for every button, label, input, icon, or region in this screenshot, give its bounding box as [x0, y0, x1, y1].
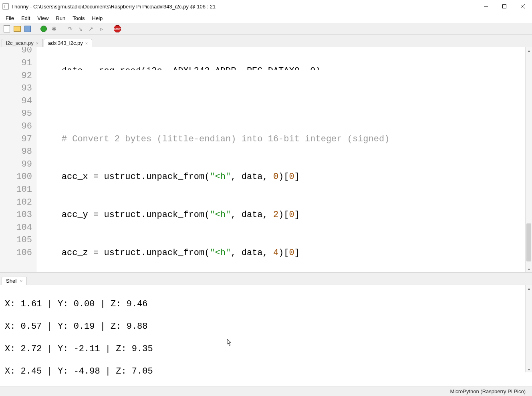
window-title: Thonny - C:\Users\sgmustadio\Documents\R… [11, 4, 216, 10]
toolbar: ✱ ↷ ↘ ↗ ▹ STOP [0, 23, 532, 35]
shell-scrollbar[interactable]: ▴ ▾ [525, 285, 532, 372]
debug-button[interactable]: ✱ [50, 25, 58, 32]
close-button[interactable] [514, 0, 532, 13]
app-icon: T [2, 3, 9, 10]
step-into-button[interactable]: ↘ [77, 25, 84, 32]
tab-shell[interactable]: Shell × [2, 277, 27, 285]
editor-tab-bar: i2c_scan.py × adxl343_i2c.py × [0, 35, 532, 47]
menu-file[interactable]: File [2, 14, 17, 22]
code-line: acc_z = ustruct.unpack_from("<h", data, … [40, 247, 532, 259]
code-line [40, 95, 532, 108]
shell-line: X: 2.72 | Y: -2.11 | Z: 9.35 [5, 344, 527, 355]
titlebar: T Thonny - C:\Users\sgmustadio\Documents… [0, 0, 532, 13]
code-content[interactable]: data reg_read(i2c, ADXL343_ADDR, REG_DAT… [36, 47, 532, 272]
shell-line: X: 2.45 | Y: -4.98 | Z: 7.05 [5, 366, 527, 377]
scroll-up-icon[interactable]: ▴ [526, 285, 532, 291]
scroll-down-icon[interactable]: ▾ [526, 266, 532, 272]
stop-button[interactable]: STOP [114, 25, 121, 32]
maximize-button[interactable] [495, 0, 514, 13]
menu-run[interactable]: Run [52, 14, 69, 22]
line-gutter: 89 90 91 92 93 94 95 96 97 98 99 100 101… [0, 47, 36, 272]
bug-icon: ✱ [52, 26, 56, 32]
stop-icon: STOP [114, 25, 121, 32]
status-bar: MicroPython (Raspberry Pi Pico) [0, 386, 532, 396]
menu-edit[interactable]: Edit [18, 14, 33, 22]
step-over-button[interactable]: ↷ [66, 25, 74, 32]
close-icon[interactable]: × [85, 41, 88, 46]
scroll-up-icon[interactable]: ▴ [526, 47, 532, 54]
tab-label: adxl343_i2c.py [48, 40, 83, 46]
minimize-button[interactable] [477, 0, 495, 13]
code-line: data reg_read(i2c, ADXL343_ADDR, REG_DAT… [40, 65, 532, 70]
close-icon[interactable]: × [20, 279, 22, 283]
save-file-button[interactable] [24, 25, 31, 32]
shell-line: X: 0.57 | Y: 0.19 | Z: 9.88 [5, 321, 527, 332]
open-file-button[interactable] [14, 25, 21, 32]
menubar: File Edit View Run Tools Help [0, 13, 532, 23]
interpreter-label[interactable]: MicroPython (Raspberry Pi Pico) [450, 388, 526, 394]
tab-label: i2c_scan.py [6, 40, 34, 46]
editor-area: 89 90 91 92 93 94 95 96 97 98 99 100 101… [0, 47, 532, 273]
menu-view[interactable]: View [34, 14, 52, 22]
scroll-thumb[interactable] [526, 223, 531, 261]
tab-label: Shell [6, 278, 18, 284]
resume-button[interactable]: ▹ [98, 25, 105, 32]
shell-panel: X: 1.61 | Y: 0.00 | Z: 9.46 X: 0.57 | Y:… [0, 285, 532, 372]
close-icon[interactable]: × [36, 41, 38, 46]
code-editor[interactable]: 89 90 91 92 93 94 95 96 97 98 99 100 101… [0, 47, 532, 272]
run-button[interactable] [40, 25, 47, 32]
code-line: acc_x = ustruct.unpack_from("<h", data, … [40, 171, 532, 183]
step-out-button[interactable]: ↗ [87, 25, 95, 32]
step-over-icon: ↷ [68, 26, 73, 32]
new-file-button[interactable] [3, 25, 10, 32]
svg-text:T: T [4, 4, 6, 9]
scroll-down-icon[interactable]: ▾ [526, 366, 532, 372]
code-line: acc_y = ustruct.unpack_from("<h", data, … [40, 209, 532, 221]
tab-i2c-scan[interactable]: i2c_scan.py × [2, 39, 43, 47]
editor-scrollbar[interactable]: ▴ ▾ [525, 47, 532, 272]
shell-output[interactable]: X: 1.61 | Y: 0.00 | Z: 9.46 X: 0.57 | Y:… [0, 285, 532, 396]
shell-tab-bar: Shell × [0, 273, 532, 285]
tab-adxl343[interactable]: adxl343_i2c.py × [44, 39, 92, 47]
step-into-icon: ↘ [78, 26, 83, 32]
code-line: # Convert 2 bytes (little-endian) into 1… [40, 133, 532, 146]
svg-rect-3 [503, 5, 506, 8]
shell-line: X: 1.61 | Y: 0.00 | Z: 9.46 [5, 299, 527, 310]
step-out-icon: ↗ [89, 26, 93, 32]
menu-tools[interactable]: Tools [69, 14, 88, 22]
resume-icon: ▹ [100, 26, 103, 32]
menu-help[interactable]: Help [89, 14, 106, 22]
